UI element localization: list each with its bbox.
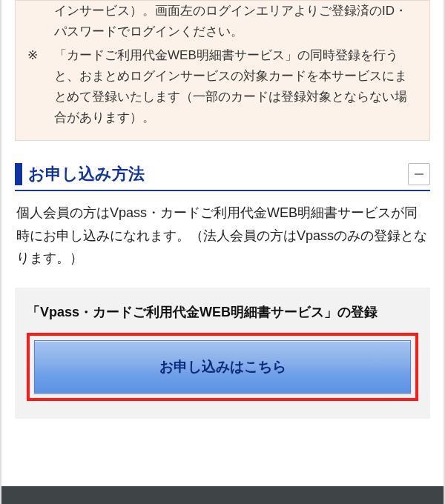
notice-marker (27, 1, 54, 42)
section-body-text: 個人会員の方はVpass・カードご利用代金WEB明細書サービスが同時にお申し込み… (15, 191, 430, 270)
notice-item: インサービス）。画面左のログインエリアよりご登録済のID・パスワードでログインく… (27, 1, 418, 42)
collapse-toggle-button[interactable] (408, 163, 430, 185)
section-accent-bar (15, 163, 22, 185)
notice-text: インサービス）。画面左のログインエリアよりご登録済のID・パスワードでログインく… (54, 1, 418, 42)
registration-box: 「Vpass・カードご利用代金WEB明細書サービス」の登録 お申し込みはこちら (15, 288, 430, 419)
notice-text: 「カードご利用代金WEB明細書サービス」の同時登録を行うと、おまとめログインサー… (54, 45, 418, 128)
notice-box: インサービス）。画面左のログインエリアよりご登録済のID・パスワードでログインく… (15, 0, 430, 141)
notice-marker: ※ (27, 45, 54, 128)
svg-rect-0 (415, 173, 423, 175)
apply-button[interactable]: お申し込みはこちら (34, 340, 411, 394)
notice-item: ※ 「カードご利用代金WEB明細書サービス」の同時登録を行うと、おまとめログイン… (27, 45, 418, 128)
section-title-text: お申し込み方法 (28, 163, 145, 185)
footer-bar (1, 486, 444, 504)
minus-icon (413, 168, 425, 180)
apply-highlight-frame: お申し込みはこちら (27, 333, 418, 401)
section-header: お申し込み方法 (15, 163, 430, 191)
section-title: お申し込み方法 (15, 163, 145, 185)
page-frame: インサービス）。画面左のログインエリアよりご登録済のID・パスワードでログインく… (0, 0, 445, 504)
registration-title: 「Vpass・カードご利用代金WEB明細書サービス」の登録 (27, 302, 418, 322)
